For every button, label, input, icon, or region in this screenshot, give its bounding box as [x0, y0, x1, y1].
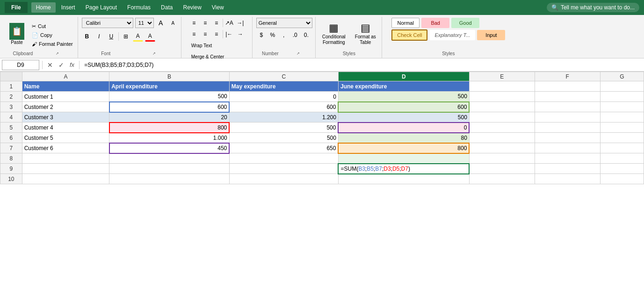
menu-formulas[interactable]: Formulas: [123, 2, 155, 13]
col-header-f[interactable]: F: [535, 72, 600, 81]
menu-page-layout[interactable]: Page Layout: [81, 2, 122, 13]
paste-button[interactable]: 📋 Paste: [6, 21, 28, 47]
cell-b2[interactable]: 500: [109, 92, 230, 102]
cell-f1[interactable]: [535, 81, 600, 92]
cell-g9[interactable]: [600, 164, 644, 174]
cell-d10[interactable]: [338, 174, 469, 184]
cell-c9[interactable]: [229, 164, 338, 174]
cell-e4[interactable]: [469, 112, 535, 123]
indent-btn[interactable]: →: [235, 29, 246, 39]
col-header-g[interactable]: G: [600, 72, 644, 81]
number-format-select[interactable]: General Number Currency Date: [256, 18, 312, 28]
menu-insert[interactable]: Insert: [57, 2, 80, 13]
cell-b5[interactable]: 800: [109, 123, 230, 133]
align-right-btn[interactable]: ≡: [211, 29, 222, 39]
merge-center-btn[interactable]: Merge & Center: [189, 51, 227, 62]
font-decrease-btn[interactable]: A: [168, 18, 178, 28]
cell-a10[interactable]: [22, 174, 109, 184]
format-painter-button[interactable]: 🖌 Format Painter: [30, 40, 75, 48]
cell-c5[interactable]: 500: [229, 123, 338, 133]
align-center-btn[interactable]: ≡: [200, 29, 210, 39]
cell-f5[interactable]: [535, 123, 600, 133]
cell-c3[interactable]: 600: [229, 102, 338, 112]
font-name-select[interactable]: Calibri: [82, 18, 133, 28]
cell-b6[interactable]: 1.000: [109, 133, 230, 143]
cell-e10[interactable]: [469, 174, 535, 184]
cell-f4[interactable]: [535, 112, 600, 123]
cell-d4[interactable]: 500: [338, 112, 469, 123]
cell-c10[interactable]: [229, 174, 338, 184]
cancel-formula-btn[interactable]: ✕: [45, 61, 55, 69]
cell-d7[interactable]: 800: [338, 143, 469, 153]
indent-more-btn[interactable]: →|: [235, 18, 246, 28]
cell-c1[interactable]: May expenditure: [229, 81, 338, 92]
align-top-left-btn[interactable]: ≡: [189, 18, 199, 28]
text-direction-btn[interactable]: ↗A: [224, 18, 234, 28]
cell-a9[interactable]: [22, 164, 109, 174]
menu-home[interactable]: Home: [31, 2, 56, 13]
cell-d3[interactable]: 600: [338, 102, 469, 112]
cell-e2[interactable]: [469, 92, 535, 102]
col-header-a[interactable]: A: [22, 72, 109, 81]
cell-b4[interactable]: 20: [109, 112, 230, 123]
bold-button[interactable]: B: [82, 31, 92, 42]
clipboard-expand-icon[interactable]: ↗: [40, 51, 75, 56]
cell-b8[interactable]: [109, 153, 230, 164]
style-good[interactable]: Good: [451, 18, 479, 28]
decimal-increase-btn[interactable]: .0: [290, 30, 300, 40]
cell-a5[interactable]: Customer 4: [22, 123, 109, 133]
underline-button[interactable]: U: [106, 31, 116, 42]
cell-e9[interactable]: [469, 164, 535, 174]
cut-button[interactable]: ✂ Cut: [30, 22, 75, 30]
percent-btn[interactable]: %: [268, 30, 278, 40]
cell-e6[interactable]: [469, 133, 535, 143]
cell-e5[interactable]: [469, 123, 535, 133]
cell-f10[interactable]: [535, 174, 600, 184]
cell-g2[interactable]: [600, 92, 644, 102]
cell-g1[interactable]: [600, 81, 644, 92]
conditional-formatting-btn[interactable]: ▦ ConditionalFormatting: [319, 21, 348, 47]
cell-d8[interactable]: [338, 153, 469, 164]
number-expand-icon[interactable]: ↗: [284, 51, 312, 56]
align-left-btn[interactable]: ≡: [189, 29, 199, 39]
decimal-decrease-btn[interactable]: 0.: [301, 30, 311, 40]
cell-a8[interactable]: [22, 153, 109, 164]
col-header-d[interactable]: D: [338, 72, 469, 81]
cell-c6[interactable]: 500: [229, 133, 338, 143]
cell-c7[interactable]: 650: [229, 143, 338, 153]
cell-c8[interactable]: [229, 153, 338, 164]
search-bar[interactable]: 🔍 Tell me what you want to do...: [547, 3, 639, 12]
cell-a3[interactable]: Customer 2: [22, 102, 109, 112]
format-table-btn[interactable]: ▤ Format asTable: [352, 21, 379, 47]
align-top-right-btn[interactable]: ≡: [211, 18, 222, 28]
file-menu-button[interactable]: File: [5, 2, 28, 13]
italic-button[interactable]: I: [94, 31, 104, 42]
cell-e3[interactable]: [469, 102, 535, 112]
wrap-text-btn[interactable]: Wrap Text: [189, 40, 215, 51]
cell-f9[interactable]: [535, 164, 600, 174]
cell-a1[interactable]: Name: [22, 81, 109, 92]
cell-d2[interactable]: 500: [338, 92, 469, 102]
cell-g10[interactable]: [600, 174, 644, 184]
cell-b1[interactable]: April expenditure: [109, 81, 230, 92]
menu-data[interactable]: Data: [156, 2, 177, 13]
style-input[interactable]: Input: [477, 30, 505, 40]
col-header-c[interactable]: C: [229, 72, 338, 81]
indent-less-btn[interactable]: |←: [224, 29, 234, 39]
cell-g7[interactable]: [600, 143, 644, 153]
fill-color-button[interactable]: A: [133, 31, 143, 42]
cell-f2[interactable]: [535, 92, 600, 102]
cell-c4[interactable]: 1.200: [229, 112, 338, 123]
col-header-b[interactable]: B: [109, 72, 230, 81]
cell-e1[interactable]: [469, 81, 535, 92]
cell-g5[interactable]: [600, 123, 644, 133]
font-increase-btn[interactable]: A: [156, 18, 166, 28]
cell-g8[interactable]: [600, 153, 644, 164]
cell-f3[interactable]: [535, 102, 600, 112]
cell-d9[interactable]: =SUM(B3;B5;B7;D3;D5;D7): [338, 164, 469, 174]
copy-button[interactable]: 📄 Copy: [30, 31, 75, 39]
cell-g3[interactable]: [600, 102, 644, 112]
font-expand-icon[interactable]: ↗: [130, 51, 178, 56]
style-explanatory[interactable]: Explanatory T...: [429, 30, 475, 40]
cell-a6[interactable]: Customer 5: [22, 133, 109, 143]
